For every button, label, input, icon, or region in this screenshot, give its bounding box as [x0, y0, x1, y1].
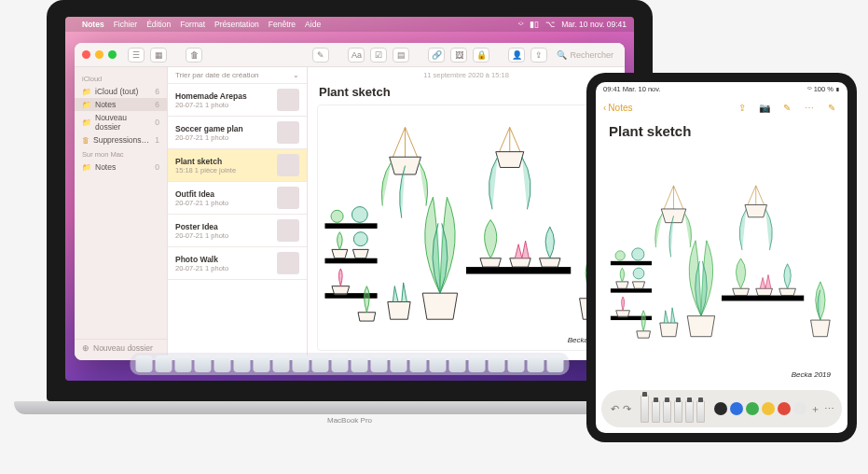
- more-icon[interactable]: ⋯: [824, 401, 834, 416]
- markup-icon[interactable]: ✎: [778, 99, 795, 116]
- sidebar-item-count: 0: [155, 162, 159, 172]
- redo-icon[interactable]: ↷: [623, 401, 631, 416]
- menu-presentation[interactable]: Présentation: [214, 20, 259, 29]
- note-row[interactable]: Plant sketch 15:18 1 pièce jointe: [168, 149, 307, 182]
- share-icon[interactable]: ⇪: [734, 99, 751, 116]
- note-detail-title: Plant sketch: [308, 83, 625, 105]
- new-note-icon[interactable]: ✎: [312, 48, 329, 63]
- note-thumbnail: [277, 219, 299, 242]
- new-note-icon[interactable]: ✎: [823, 99, 840, 116]
- sort-label[interactable]: Trier par date de création: [175, 71, 259, 79]
- sidebar-item-icloud-all[interactable]: 📁 iCloud (tout) 6: [75, 85, 167, 98]
- lasso-tool[interactable]: [685, 400, 694, 423]
- dock-app[interactable]: [430, 356, 447, 372]
- sidebar-item-recently-deleted[interactable]: 🗑 Suppressions récentes 1: [75, 133, 167, 146]
- ipad-sketch-canvas[interactable]: Becka 2019: [605, 145, 838, 384]
- color-swatch[interactable]: [793, 402, 806, 415]
- note-row[interactable]: Outfit Idea 20-07-21 1 photo: [168, 182, 307, 215]
- minimize-icon[interactable]: [95, 50, 103, 59]
- dock-app[interactable]: [254, 356, 270, 372]
- menu-fenetre[interactable]: Fenêtre: [269, 20, 296, 29]
- menu-format[interactable]: Format: [180, 20, 205, 29]
- menu-fichier[interactable]: Fichier: [114, 20, 138, 29]
- sidebar-item-notes[interactable]: 📁 Notes 6: [75, 98, 167, 111]
- eraser-tool[interactable]: [674, 400, 682, 423]
- more-icon[interactable]: ⋯: [801, 99, 818, 116]
- dock-app[interactable]: [449, 356, 466, 372]
- add-icon[interactable]: ＋: [810, 401, 820, 416]
- link-icon[interactable]: 🔗: [428, 48, 445, 63]
- media-icon[interactable]: 🖼: [450, 48, 467, 63]
- collaborate-icon[interactable]: 👤: [508, 48, 525, 63]
- dock-app[interactable]: [351, 356, 368, 372]
- note-title: Poster Idea: [175, 222, 272, 231]
- color-swatch[interactable]: [714, 402, 727, 415]
- sidebar-section-icloud: iCloud: [75, 71, 167, 85]
- dock-app[interactable]: [136, 356, 153, 372]
- dock-app[interactable]: [332, 356, 349, 372]
- sketch-attachment[interactable]: Becka 2019: [317, 105, 615, 351]
- view-grid-icon[interactable]: ▦: [150, 48, 167, 63]
- dock-app[interactable]: [195, 356, 212, 372]
- sidebar-item-label: Notes: [95, 100, 116, 109]
- menubar-app-name[interactable]: Notes: [82, 20, 104, 29]
- wifi-icon: ⌔: [807, 85, 812, 93]
- undo-icon[interactable]: ↶: [611, 401, 619, 416]
- dock-app[interactable]: [391, 356, 407, 372]
- note-row[interactable]: Homemade Arepas 20-07-21 1 photo: [168, 84, 307, 117]
- menu-edition[interactable]: Édition: [146, 20, 171, 29]
- note-row[interactable]: Poster Idea 20-07-21 1 photo: [168, 215, 307, 247]
- wifi-icon[interactable]: ⌔: [518, 20, 523, 29]
- sidebar-item-label: iCloud (tout): [95, 87, 138, 96]
- sidebar-item-new-folder[interactable]: 📁 Nouveau dossier 0: [75, 111, 167, 133]
- dock-app[interactable]: [312, 356, 329, 372]
- color-swatch[interactable]: [762, 402, 775, 415]
- dock-app[interactable]: [234, 356, 251, 372]
- search-field[interactable]: 🔍 Rechercher: [553, 50, 617, 60]
- sidebar-item-count: 0: [155, 118, 159, 127]
- dock-app[interactable]: [175, 356, 192, 372]
- view-list-icon[interactable]: ☰: [128, 48, 145, 63]
- color-swatch[interactable]: [746, 402, 759, 415]
- dock-app[interactable]: [528, 356, 544, 372]
- camera-icon[interactable]: 📷: [756, 99, 773, 116]
- format-text-icon[interactable]: Aa: [348, 48, 365, 63]
- markup-toolbar: ↶ ↷ ＋ ⋯: [601, 390, 842, 427]
- dock-app[interactable]: [293, 356, 310, 372]
- folders-sidebar: iCloud 📁 iCloud (tout) 6 📁 Notes 6: [75, 67, 168, 360]
- dock-app[interactable]: [410, 356, 427, 372]
- dock-app[interactable]: [273, 356, 290, 372]
- pen-tool[interactable]: [641, 395, 649, 423]
- sidebar-item-local-notes[interactable]: 📁 Notes 0: [75, 160, 167, 174]
- menubar-clock[interactable]: Mar. 10 nov. 09:41: [561, 20, 627, 29]
- dock-app[interactable]: [508, 356, 525, 372]
- pencil-tool[interactable]: [663, 400, 671, 423]
- checklist-icon[interactable]: ☑: [370, 48, 387, 63]
- fullscreen-icon[interactable]: [108, 50, 117, 59]
- dock-app[interactable]: [489, 356, 505, 372]
- table-icon[interactable]: ▤: [393, 48, 409, 63]
- note-row[interactable]: Soccer game plan 20-07-21 1 photo: [168, 117, 307, 149]
- dock-app[interactable]: [371, 356, 388, 372]
- color-swatch[interactable]: [730, 402, 743, 415]
- close-icon[interactable]: [82, 50, 90, 59]
- note-title: Plant sketch: [175, 157, 272, 166]
- back-label: Notes: [608, 103, 632, 113]
- chevron-down-icon[interactable]: ⌄: [293, 71, 299, 79]
- dock-app[interactable]: [547, 356, 564, 372]
- dock-app[interactable]: [469, 356, 486, 372]
- color-swatch[interactable]: [778, 402, 791, 415]
- battery-icon[interactable]: ▮▯: [530, 20, 539, 29]
- menu-aide[interactable]: Aide: [305, 20, 321, 29]
- delete-note-icon[interactable]: 🗑: [186, 48, 202, 63]
- control-center-icon[interactable]: ⌥: [545, 20, 555, 29]
- dock-app[interactable]: [156, 356, 172, 372]
- window-traffic-lights[interactable]: [82, 50, 117, 59]
- lock-icon[interactable]: 🔒: [473, 48, 489, 63]
- note-row[interactable]: Photo Walk 20-07-21 1 photo: [168, 247, 307, 280]
- share-icon[interactable]: ⇪: [530, 48, 547, 63]
- marker-tool[interactable]: [652, 400, 660, 423]
- ruler-tool[interactable]: [696, 400, 705, 423]
- dock-app[interactable]: [214, 356, 231, 372]
- back-button[interactable]: ‹ Notes: [603, 103, 632, 113]
